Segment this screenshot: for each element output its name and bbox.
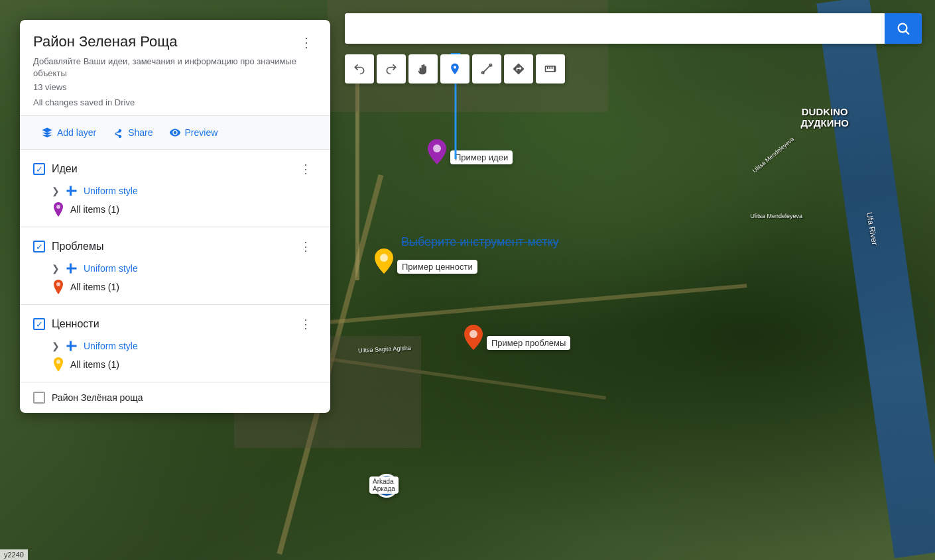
svg-point-2	[469, 330, 477, 338]
ideas-style-label[interactable]: Uniform style	[84, 186, 138, 196]
ideas-style-svg	[66, 185, 78, 197]
values-more-button[interactable]: ⋮	[294, 314, 317, 334]
pan-button[interactable]	[408, 54, 438, 84]
panel-more-button[interactable]: ⋮	[296, 33, 317, 52]
share-icon	[112, 127, 124, 139]
orange-pin-icon	[464, 325, 483, 350]
idea-map-marker[interactable]: Пример идеи	[428, 139, 513, 164]
svg-point-0	[433, 144, 441, 152]
svg-line-9	[483, 65, 491, 73]
problems-style-svg	[66, 262, 78, 274]
values-chevron-icon[interactable]: ❯	[52, 341, 60, 351]
problems-style-label[interactable]: Uniform style	[84, 263, 138, 274]
ideas-checkmark: ✓	[36, 165, 43, 174]
panel-views: 13 views	[33, 82, 317, 92]
cursor-tooltip: Выберите инструмент-метку	[401, 235, 559, 249]
redo-icon	[385, 62, 398, 76]
svg-rect-14	[70, 264, 72, 274]
marker-button[interactable]	[440, 54, 469, 84]
problems-item-marker	[52, 279, 65, 295]
problems-style-row: ❯ Uniform style	[33, 262, 317, 275]
yellow-pin-icon	[375, 249, 393, 274]
problems-more-button[interactable]: ⋮	[294, 237, 317, 256]
values-items-label: All items (1)	[70, 359, 119, 370]
preview-icon	[169, 127, 181, 139]
side-panel: Район Зеленая Роща ⋮ Добавляйте Ваши иде…	[20, 20, 330, 413]
ideas-item-marker	[52, 201, 65, 217]
ideas-more-button[interactable]: ⋮	[294, 159, 317, 179]
panel-title: Район Зеленая Роща	[33, 33, 178, 50]
ideas-checkbox[interactable]: ✓	[33, 163, 45, 175]
add-layer-label: Add layer	[57, 127, 96, 138]
street-label-mendeleeva: Ulitsa Mendeleyeva	[750, 213, 802, 219]
search-icon	[896, 21, 910, 36]
problems-chevron-icon[interactable]: ❯	[52, 263, 60, 274]
problem-marker-label: Пример проблемы	[487, 336, 570, 350]
values-style-row: ❯ Uniform style	[33, 339, 317, 353]
values-checkmark: ✓	[36, 320, 43, 329]
line-button[interactable]	[472, 54, 501, 84]
shop-marker[interactable]: 🛍 ArkadaАркада	[375, 474, 404, 494]
preview-label: Preview	[185, 127, 218, 138]
search-button[interactable]	[885, 13, 922, 44]
values-item-marker	[52, 357, 65, 372]
ideas-items-row: All items (1)	[33, 201, 317, 217]
problems-layer-name: Проблемы	[52, 241, 103, 252]
street-label-mend2: Ulitsa Mendeleyeva	[751, 135, 796, 174]
bottom-layer-name: Район Зелёная роща	[52, 392, 143, 403]
value-marker-label: Пример ценности	[397, 260, 477, 274]
panel-description: Добавляйте Ваши идеи, замечания и информ…	[33, 56, 317, 80]
add-layer-button[interactable]: Add layer	[33, 123, 104, 142]
dudkino-label: DUDKINOДУДКИНО	[800, 106, 849, 129]
ideas-items-label: All items (1)	[70, 204, 119, 215]
map-toolbar	[345, 54, 565, 84]
values-pin-icon	[53, 357, 64, 372]
values-layer-name: Ценности	[52, 318, 99, 330]
panel-header: Район Зеленая Роща ⋮ Добавляйте Ваши иде…	[20, 20, 330, 116]
layer-ideas: ✓ Идеи ⋮ ❯ Uniform style	[20, 150, 330, 227]
problems-items-label: All items (1)	[70, 282, 119, 292]
panel-save-info: All changes saved in Drive	[33, 97, 317, 107]
problems-checkmark: ✓	[36, 243, 43, 251]
ruler-icon	[544, 62, 557, 76]
ideas-style-icon	[65, 184, 78, 197]
ideas-style-row: ❯ Uniform style	[33, 184, 317, 197]
shop-label: ArkadaАркада	[369, 476, 399, 494]
ideas-pin-icon	[53, 202, 64, 217]
map-attribution: y2240	[0, 549, 28, 560]
undo-button[interactable]	[345, 54, 374, 84]
bottom-layer-checkbox[interactable]	[33, 392, 45, 404]
svg-point-1	[380, 254, 388, 262]
value-map-marker[interactable]: Пример ценности	[375, 249, 477, 274]
purple-pin-icon	[428, 139, 446, 164]
svg-rect-17	[70, 341, 72, 351]
svg-point-12	[56, 205, 60, 209]
problems-pin-icon	[53, 280, 64, 294]
ideas-chevron-icon[interactable]: ❯	[52, 186, 60, 196]
share-label: Share	[128, 127, 153, 138]
ideas-layer-name: Идеи	[52, 163, 78, 175]
svg-line-6	[906, 31, 908, 34]
bottom-layer: Район Зелёная роща	[20, 382, 330, 413]
values-checkbox[interactable]: ✓	[33, 318, 45, 330]
problems-items-row: All items (1)	[33, 279, 317, 295]
svg-point-15	[56, 282, 60, 286]
share-button[interactable]: Share	[104, 123, 160, 142]
layer-values: ✓ Ценности ⋮ ❯ Uniform style	[20, 305, 330, 382]
problem-map-marker[interactable]: Пример проблемы	[464, 325, 570, 350]
problems-style-icon	[65, 262, 78, 275]
svg-rect-11	[70, 186, 72, 196]
values-style-svg	[66, 340, 78, 352]
measure-button[interactable]	[536, 54, 565, 84]
marker-icon	[448, 62, 462, 76]
river	[816, 0, 935, 558]
problems-checkbox[interactable]: ✓	[33, 241, 45, 252]
hand-icon	[416, 62, 430, 76]
search-input[interactable]	[345, 13, 885, 44]
values-style-label[interactable]: Uniform style	[84, 341, 138, 351]
direction-button[interactable]	[504, 54, 533, 84]
redo-button[interactable]	[377, 54, 406, 84]
preview-button[interactable]: Preview	[161, 123, 226, 142]
values-items-row: All items (1)	[33, 357, 317, 372]
action-bar: Add layer Share Preview	[20, 116, 330, 150]
